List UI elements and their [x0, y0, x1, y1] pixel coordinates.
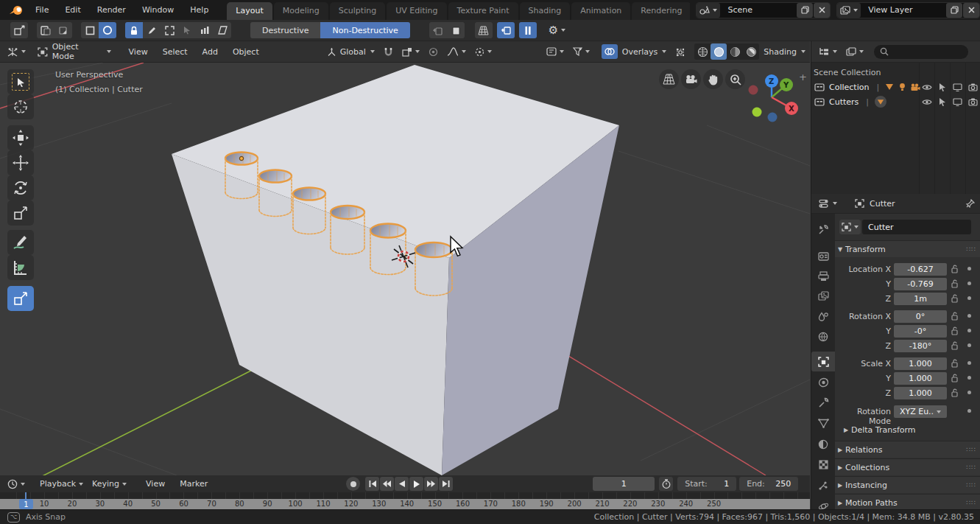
tab-layout[interactable]: Layout [227, 2, 272, 20]
scale-z-field[interactable]: 1.000 [894, 387, 947, 399]
snap-magnet-toggle[interactable] [379, 43, 398, 60]
outliner-search-input[interactable] [874, 45, 968, 59]
lock-icon[interactable] [951, 279, 959, 288]
tab-material[interactable] [811, 434, 835, 454]
transform-panel-header[interactable]: ▼ Transform ∷∷ [835, 240, 980, 257]
scale-y-field[interactable]: 1.000 [894, 372, 947, 385]
pause-button[interactable] [519, 22, 537, 38]
menu-add[interactable]: Add [195, 47, 225, 57]
tool-transform[interactable] [7, 125, 34, 150]
tool-move[interactable] [7, 150, 34, 175]
tool-options-dropdown[interactable]: ⚙ [549, 24, 565, 37]
rotation-y-field[interactable]: -0° [894, 325, 947, 338]
rotation-z-field[interactable]: -180° [894, 340, 947, 352]
tab-animation[interactable]: Animation [571, 2, 630, 20]
animate-dot[interactable] [967, 409, 971, 413]
start-frame-field[interactable]: Start:1 [677, 477, 736, 491]
animate-dot[interactable] [967, 282, 971, 285]
panel-grip-icon[interactable]: ∷∷ [967, 499, 976, 506]
lock-icon[interactable] [951, 294, 959, 303]
relations-panel-header[interactable]: ▶ Relations ∷∷ [835, 441, 980, 458]
outliner-display-mode-button[interactable] [842, 43, 868, 60]
location-y-field[interactable]: -0.769 [894, 278, 947, 290]
tab-view-layer[interactable] [811, 286, 835, 306]
scene-browse-button[interactable] [697, 3, 720, 18]
playhead[interactable]: 1 [19, 499, 33, 509]
lock-icon[interactable] [951, 265, 959, 273]
tab-constraints[interactable] [811, 372, 835, 392]
cutters-selectable-icon[interactable] [934, 94, 950, 109]
collections-panel-header[interactable]: ▶ Collections ∷∷ [835, 458, 980, 475]
tab-modeling[interactable]: Modeling [274, 2, 328, 20]
scene-delete-button[interactable] [814, 3, 830, 18]
view-layer-name[interactable]: View Layer [861, 5, 945, 15]
menu-select[interactable]: Select [155, 47, 195, 57]
lock-button[interactable] [125, 22, 143, 38]
tab-rendering[interactable]: Rendering [632, 2, 690, 20]
overlays-toggle[interactable]: Overlays [597, 43, 671, 60]
lock-icon[interactable] [951, 388, 959, 397]
shading-solid-button[interactable] [711, 43, 727, 60]
lock-icon[interactable] [951, 359, 959, 368]
collection-render-icon[interactable] [965, 80, 980, 94]
animate-dot[interactable] [967, 343, 971, 347]
tab-particles[interactable] [811, 475, 835, 495]
animate-dot[interactable] [967, 314, 971, 318]
filter-dropdown[interactable] [568, 43, 594, 60]
record-button[interactable] [346, 477, 360, 491]
tool-annotate[interactable] [7, 230, 34, 255]
view-menu[interactable]: View [138, 479, 172, 489]
object-visibility-dropdown[interactable] [542, 43, 568, 60]
next-keyframe-button[interactable] [424, 477, 438, 491]
panel-grip-icon[interactable]: ∷∷ [967, 481, 976, 489]
object-id-dropdown[interactable] [839, 220, 861, 234]
marker-menu[interactable]: Marker [172, 479, 215, 489]
animate-dot[interactable] [967, 296, 971, 300]
jump-to-end-button[interactable] [439, 477, 453, 491]
tool-rotate[interactable] [7, 175, 34, 200]
tab-modifiers[interactable] [811, 393, 835, 413]
perspective-toggle-button[interactable] [659, 69, 679, 89]
cutters-render-icon[interactable] [965, 94, 980, 109]
menu-render[interactable]: Render [89, 0, 134, 20]
timeline-ruler[interactable]: 1020304050607080901001101201301401501601… [0, 499, 810, 509]
location-z-field[interactable]: 1m [894, 293, 947, 305]
animate-dot[interactable] [967, 329, 971, 332]
timeline-editor-type-button[interactable] [3, 475, 29, 493]
sync-button[interactable] [497, 22, 515, 38]
tool-measure[interactable] [7, 255, 34, 280]
tab-uv-editing[interactable]: UV Editing [387, 2, 446, 20]
animate-dot[interactable] [967, 376, 971, 380]
menu-file[interactable]: File [27, 0, 57, 20]
tab-scene[interactable] [811, 307, 835, 326]
panel-grip-icon[interactable]: ∷∷ [967, 245, 976, 253]
object-name-field[interactable]: Cutter [862, 220, 971, 234]
playback-menu[interactable]: Playback [35, 475, 88, 493]
collection-viewport-icon[interactable] [950, 80, 965, 94]
panel-grip-icon[interactable]: ∷∷ [967, 446, 976, 453]
region-expand-button[interactable]: + [799, 71, 807, 83]
cutters-viewport-icon[interactable] [950, 94, 965, 109]
view-layer-browse-button[interactable] [837, 3, 861, 18]
tab-tool[interactable] [811, 220, 835, 240]
expand-button[interactable] [161, 22, 178, 38]
cutters-hide-eye-icon[interactable] [919, 94, 934, 109]
axis-neg-x[interactable] [749, 85, 758, 95]
tool-boxcutter-active[interactable] [7, 286, 34, 311]
menu-view[interactable]: View [121, 47, 155, 57]
stopwatch-icon-button[interactable] [659, 477, 673, 491]
edit-tool-icon-button[interactable] [10, 22, 28, 38]
tab-object-data[interactable] [811, 413, 835, 433]
lock-icon[interactable] [951, 341, 959, 350]
current-frame-field[interactable]: 1 [593, 477, 655, 491]
menu-help[interactable]: Help [182, 0, 216, 20]
tab-render[interactable] [811, 246, 835, 266]
shape-box-draw-button[interactable] [37, 22, 54, 38]
proportional-editing-toggle[interactable] [424, 43, 443, 60]
shading-dropdown[interactable]: Shading [759, 43, 810, 60]
tab-sculpting[interactable]: Sculpting [330, 2, 385, 20]
tool-select-box[interactable] [7, 69, 34, 94]
view-layer-delete-button[interactable] [963, 3, 979, 18]
scene-new-button[interactable] [797, 3, 813, 18]
rotation-mode-dropdown[interactable]: XYZ Eu.. [894, 405, 947, 418]
